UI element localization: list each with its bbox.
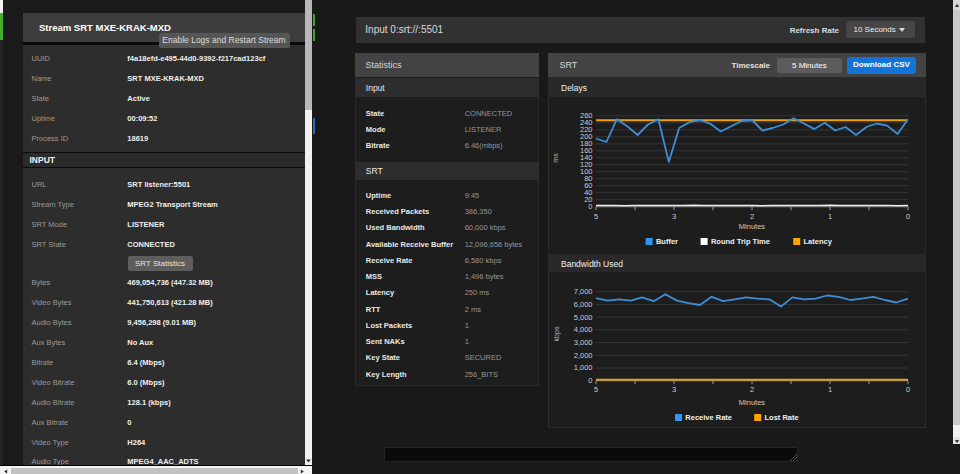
svg-text:2,000: 2,000 xyxy=(574,351,593,360)
svg-text:Minutes: Minutes xyxy=(739,398,766,407)
svg-text:1: 1 xyxy=(828,385,832,394)
svg-text:5,000: 5,000 xyxy=(574,313,593,322)
svg-text:Lost Rate: Lost Rate xyxy=(765,413,799,422)
svg-text:2: 2 xyxy=(750,212,754,221)
svg-text:2: 2 xyxy=(750,385,754,394)
svg-text:7,000: 7,000 xyxy=(574,287,593,296)
svg-text:Latency: Latency xyxy=(804,237,833,246)
svg-text:0: 0 xyxy=(906,385,910,394)
svg-text:5: 5 xyxy=(594,212,598,221)
svg-text:5: 5 xyxy=(594,385,598,394)
svg-text:4,000: 4,000 xyxy=(574,325,593,334)
svg-text:3: 3 xyxy=(672,212,676,221)
svg-text:1: 1 xyxy=(828,212,832,221)
svg-text:Buffer: Buffer xyxy=(656,237,678,246)
svg-text:Receive Rate: Receive Rate xyxy=(685,413,732,422)
svg-text:kbps: kbps xyxy=(553,326,561,341)
svg-text:0: 0 xyxy=(588,202,592,211)
svg-text:0: 0 xyxy=(588,376,592,385)
svg-text:Minutes: Minutes xyxy=(739,222,766,231)
svg-text:3: 3 xyxy=(672,385,676,394)
svg-text:3,000: 3,000 xyxy=(574,338,593,347)
svg-text:6,000: 6,000 xyxy=(574,300,593,309)
svg-text:1,000: 1,000 xyxy=(574,363,593,372)
svg-text:ms: ms xyxy=(552,153,559,163)
svg-text:0: 0 xyxy=(906,212,910,221)
svg-text:Round Trip Time: Round Trip Time xyxy=(711,237,770,246)
